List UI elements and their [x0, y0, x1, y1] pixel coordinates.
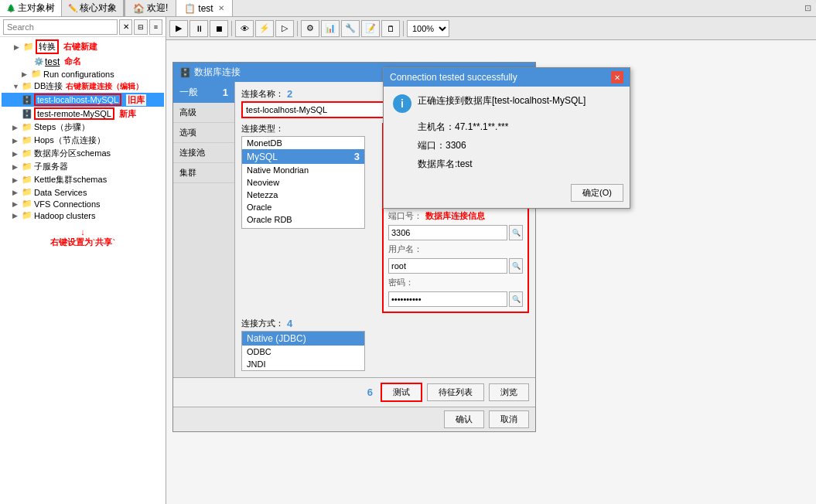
dialog-db-icon: 🗄️ — [179, 67, 191, 78]
tree-item-db-partition[interactable]: 数据库分区schemas — [34, 148, 111, 159]
preview-button[interactable]: 👁 — [235, 20, 254, 37]
left-tab-core-label: 核心对象 — [80, 2, 117, 15]
close-tab-icon[interactable]: ✕ — [218, 4, 224, 12]
tree-item-run-config[interactable]: Run configurations — [43, 70, 114, 79]
success-close-btn[interactable]: ✕ — [611, 71, 623, 83]
tree-item-test-localhost[interactable]: test-localhost-MySQL — [34, 94, 121, 106]
annotation-share: ↓ — [2, 227, 164, 237]
refresh-button[interactable]: ≡ — [149, 19, 162, 35]
port-input[interactable] — [388, 225, 507, 240]
type-netezza[interactable]: Netezza — [242, 189, 364, 201]
tree-item-hops[interactable]: Hops（节点连接） — [34, 135, 105, 146]
right-tab-welcome[interactable]: 🏠 欢迎! — [125, 0, 176, 16]
type-native-mondrian[interactable]: Native Mondrian — [242, 164, 364, 176]
annotation-share-label: 右键设置为`共享` — [2, 237, 164, 248]
btn9[interactable]: 🔧 — [341, 20, 360, 37]
type-oracle-rdb[interactable]: Oracle RDB — [242, 213, 364, 226]
btn11[interactable]: 🗒 — [381, 20, 400, 37]
maximize-icon[interactable]: ⊡ — [800, 0, 816, 16]
tree-item-vfs[interactable]: VFS Connections — [34, 199, 101, 209]
success-message: 正确连接到数据库[test-localhost-MySQL] — [418, 94, 586, 107]
run-button[interactable]: ▶ — [169, 20, 188, 37]
right-tab-test-label: test — [198, 3, 213, 14]
type-mysql[interactable]: MySQL 3 — [242, 149, 364, 164]
port-label: 端口 — [418, 140, 436, 151]
password-browse-btn[interactable]: 🔍 — [509, 291, 523, 307]
tree-icon: 🌲 — [6, 4, 15, 12]
type-palo[interactable]: Palo MOLAP Server — [242, 226, 364, 229]
conn-type-label: 连接类型： — [241, 123, 376, 135]
tree-item-kettle-cluster[interactable]: Kettle集群schemas — [34, 174, 107, 186]
tree-item-sub-server[interactable]: 子服务器 — [34, 161, 68, 172]
browse-button[interactable]: 浏览 — [489, 383, 529, 401]
menu-item-general[interactable]: 一般 1 — [173, 82, 234, 103]
edit-icon: ✏️ — [68, 4, 77, 12]
confirm-button[interactable]: 确认 — [444, 410, 484, 428]
features-button[interactable]: 待征列表 — [427, 383, 484, 401]
btn8[interactable]: 📊 — [321, 20, 340, 37]
stop-button[interactable]: ⏹ — [210, 20, 228, 37]
type-neoview[interactable]: Neoview — [242, 176, 364, 189]
username-browse-btn[interactable]: 🔍 — [509, 258, 523, 274]
table-icon: 📋 — [184, 3, 196, 14]
annotation-old: 旧库 — [126, 94, 146, 106]
tree-item-steps[interactable]: Steps（步骤） — [34, 121, 90, 133]
test-button[interactable]: 测试 — [381, 383, 422, 402]
menu-item-advanced[interactable]: 高级 — [173, 103, 234, 123]
type-oracle[interactable]: Oracle — [242, 201, 364, 213]
username-input[interactable] — [388, 258, 507, 274]
db-value: test — [457, 158, 472, 169]
method-odbc[interactable]: ODBC — [242, 346, 364, 358]
tree-item-db-conn[interactable]: DB连接 — [34, 80, 63, 92]
right-tab-test[interactable]: 📋 test ✕ — [176, 0, 232, 16]
tree-item-test[interactable]: test — [45, 56, 60, 67]
db-label: 数据库名: — [418, 158, 457, 169]
left-tab-main-label: 主对象树 — [18, 2, 55, 15]
zoom-select[interactable]: 100% — [407, 20, 449, 37]
btn7[interactable]: ⚙ — [301, 20, 319, 37]
annotation-db: 右键新建连接（编辑） — [66, 81, 143, 92]
annotation-new: 新库 — [119, 108, 136, 120]
host-value: ：47.1**.1**.*** — [446, 121, 508, 132]
db-dialog-title: 数据库连接 — [194, 66, 241, 79]
info-icon: i — [393, 94, 411, 113]
conn-name-label: 连接名称： — [241, 88, 284, 100]
btn10[interactable]: 📝 — [361, 20, 380, 37]
port-value: ：3306 — [436, 140, 466, 151]
type-monetdb[interactable]: MonetDB — [242, 137, 364, 149]
cancel-button[interactable]: 取消 — [489, 410, 529, 428]
menu-item-options[interactable]: 选项 — [173, 123, 234, 143]
btn5[interactable]: ⚡ — [255, 20, 274, 37]
success-title: Connection tested successfully — [390, 72, 517, 83]
clear-search-button[interactable]: ✕ — [119, 19, 132, 35]
success-dialog: Connection tested successfully ✕ i 正确连接到… — [383, 67, 630, 209]
method-jndi[interactable]: JNDI — [242, 358, 364, 370]
tree-item-data-services[interactable]: Data Services — [34, 188, 87, 197]
port-browse-btn[interactable]: 🔍 — [509, 225, 523, 240]
pause-button[interactable]: ⏸ — [189, 20, 208, 37]
menu-item-pool[interactable]: 连接池 — [173, 143, 234, 163]
search-input[interactable] — [3, 19, 118, 35]
password-input[interactable] — [388, 291, 507, 307]
tree-item-hadoop[interactable]: Hadoop clusters — [34, 211, 96, 220]
general-label: 一般 — [179, 86, 198, 99]
tree-item-zhuanhuan[interactable]: 转换 — [36, 39, 59, 54]
right-tab-welcome-label: 欢迎! — [147, 2, 168, 15]
tree-item-test-remote[interactable]: test-remote-MySQL — [34, 107, 114, 120]
btn6[interactable]: ▷ — [275, 20, 294, 37]
left-tab-core[interactable]: ✏️ 核心对象 — [62, 0, 124, 16]
conn-method-label: 连接方式： — [241, 318, 284, 329]
annotation-port: 数据库连接信息 — [425, 210, 485, 222]
conn-name-input[interactable] — [241, 101, 396, 118]
menu-item-cluster[interactable]: 集群 — [173, 163, 234, 183]
home-icon: 🏠 — [133, 3, 145, 14]
annotation-zhuanhuan: 右键新建 — [63, 41, 97, 53]
annotation-test: 命名 — [64, 56, 81, 67]
method-native[interactable]: Native (JDBC) — [242, 332, 364, 346]
host-label: 主机名 — [418, 121, 446, 132]
left-tab-main[interactable]: 🌲 主对象树 — [0, 0, 62, 16]
ok-button[interactable]: 确定(O) — [571, 184, 623, 202]
collapse-all-button[interactable]: ⊟ — [134, 19, 147, 35]
